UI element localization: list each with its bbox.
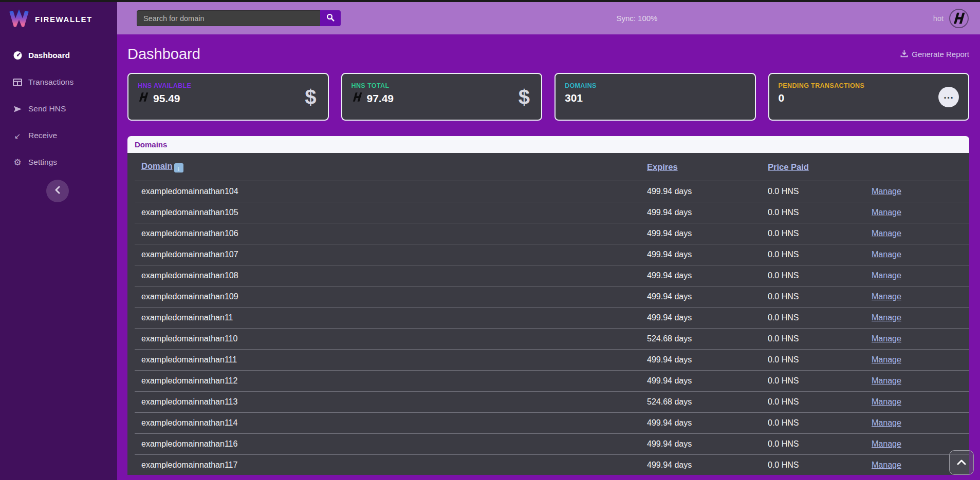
- page-title: Dashboard: [127, 46, 200, 63]
- column-sort-price[interactable]: Price Paid: [768, 162, 809, 171]
- price-cell: 0.0 HNS: [768, 418, 872, 428]
- expires-cell: 499.94 days: [647, 187, 768, 196]
- manage-link[interactable]: Manage: [872, 418, 901, 427]
- price-cell: 0.0 HNS: [768, 271, 872, 280]
- arrow-down-left-icon: ↙: [12, 132, 23, 140]
- domain-cell: exampledomainnathan112: [141, 376, 647, 386]
- expires-cell: 524.68 days: [647, 334, 768, 343]
- sidebar-item-dashboard[interactable]: Dashboard: [0, 42, 117, 69]
- card-domains: DOMAINS 301: [554, 73, 756, 121]
- generate-report-button[interactable]: Generate Report: [900, 50, 969, 59]
- sidebar-item-label: Dashboard: [28, 51, 70, 60]
- manage-link[interactable]: Manage: [872, 460, 901, 469]
- card-label: HNS AVAILABLE: [138, 82, 319, 89]
- topbar: Sync: 100% hot: [117, 0, 980, 34]
- card-value: 0: [779, 92, 785, 104]
- sync-status: Sync: 100%: [341, 14, 933, 23]
- gauge-icon: [12, 51, 23, 60]
- card-label: DOMAINS: [565, 82, 746, 89]
- window-top-border: [0, 0, 980, 2]
- table-row: exampledomainnathan114499.94 days0.0 HNS…: [135, 413, 969, 434]
- table-row: exampledomainnathan109499.94 days0.0 HNS…: [135, 286, 969, 308]
- card-hns-available: HNS AVAILABLE 95.49 $: [127, 73, 329, 121]
- expires-cell: 499.94 days: [647, 229, 768, 238]
- price-cell: 0.0 HNS: [768, 355, 872, 364]
- expires-cell: 524.68 days: [647, 397, 768, 407]
- wallet-indicator: hot: [933, 9, 969, 28]
- manage-link[interactable]: Manage: [872, 313, 901, 322]
- main-area: Sync: 100% hot Dashboard Generate Report: [117, 0, 980, 480]
- domains-panel-title: Domains: [127, 136, 969, 153]
- domain-cell: exampledomainnathan116: [141, 439, 647, 449]
- expires-cell: 499.94 days: [647, 313, 768, 322]
- column-sort-domain[interactable]: Domain: [141, 161, 173, 170]
- sidebar-item-send-hns[interactable]: Send HNS: [0, 95, 117, 122]
- manage-link[interactable]: Manage: [872, 376, 901, 385]
- wallet-name: hot: [933, 14, 944, 23]
- brand-name: FIREWALLET: [35, 15, 93, 24]
- column-sort-expires[interactable]: Expires: [647, 162, 678, 171]
- search-input[interactable]: [137, 10, 320, 26]
- sort-desc-icon: ↓: [174, 163, 183, 172]
- dollar-icon: $: [519, 87, 530, 107]
- domain-cell: exampledomainnathan106: [141, 229, 647, 238]
- sidebar-item-label: Receive: [28, 131, 57, 140]
- domain-cell: exampledomainnathan104: [141, 187, 647, 196]
- page-header: Dashboard Generate Report: [127, 46, 969, 63]
- page-content: Dashboard Generate Report HNS AVAILABLE …: [117, 34, 980, 480]
- manage-link[interactable]: Manage: [872, 229, 901, 238]
- price-cell: 0.0 HNS: [768, 397, 872, 407]
- table-row: exampledomainnathan111499.94 days0.0 HNS…: [135, 350, 969, 371]
- expires-cell: 499.94 days: [647, 439, 768, 449]
- domains-table: Domain↓ Expires Price Paid exampledomain…: [127, 153, 969, 475]
- domain-cell: exampledomainnathan111: [141, 355, 647, 364]
- sidebar-collapse-button[interactable]: [46, 180, 69, 202]
- domain-cell: exampledomainnathan105: [141, 208, 647, 217]
- domain-cell: exampledomainnathan117: [141, 460, 647, 470]
- manage-link[interactable]: Manage: [872, 334, 901, 343]
- manage-link[interactable]: Manage: [872, 397, 901, 406]
- domain-search: [137, 10, 341, 26]
- chevron-left-icon: [55, 186, 60, 196]
- expires-cell: 499.94 days: [647, 376, 768, 386]
- manage-link[interactable]: Manage: [872, 271, 901, 280]
- search-icon: [326, 13, 335, 23]
- card-hns-total: HNS TOTAL 97.49 $: [341, 73, 543, 121]
- sidebar-item-receive[interactable]: ↙ Receive: [0, 122, 117, 149]
- sidebar-item-label: Transactions: [28, 78, 73, 87]
- manage-link[interactable]: Manage: [872, 439, 901, 448]
- domain-cell: exampledomainnathan108: [141, 271, 647, 280]
- manage-link[interactable]: Manage: [872, 250, 901, 259]
- price-cell: 0.0 HNS: [768, 439, 872, 449]
- price-cell: 0.0 HNS: [768, 313, 872, 322]
- manage-link[interactable]: Manage: [872, 208, 901, 217]
- scroll-to-top-button[interactable]: [949, 450, 974, 475]
- sidebar-item-label: Settings: [28, 158, 57, 167]
- card-label: HNS TOTAL: [352, 82, 532, 89]
- expires-cell: 499.94 days: [647, 271, 768, 280]
- domains-panel: Domains Domain↓ Expires Price Paid examp…: [127, 136, 969, 475]
- dollar-icon: $: [305, 87, 316, 107]
- price-cell: 0.0 HNS: [768, 229, 872, 238]
- manage-link[interactable]: Manage: [872, 355, 901, 364]
- manage-link[interactable]: Manage: [872, 292, 901, 301]
- expires-cell: 499.94 days: [647, 208, 768, 217]
- ellipsis-icon[interactable]: ...: [938, 87, 959, 107]
- firewallet-logo-icon: [9, 9, 29, 29]
- manage-link[interactable]: Manage: [872, 187, 901, 196]
- card-pending-transactions: PENDING TRANSACTIONS 0 ...: [768, 73, 970, 121]
- domain-cell: exampledomainnathan114: [141, 418, 647, 428]
- domain-cell: exampledomainnathan109: [141, 292, 647, 301]
- domain-cell: exampledomainnathan113: [141, 397, 647, 407]
- card-value: 95.49: [153, 92, 180, 105]
- sidebar-item-transactions[interactable]: Transactions: [0, 69, 117, 95]
- search-button[interactable]: [320, 10, 341, 26]
- expires-cell: 499.94 days: [647, 355, 768, 364]
- card-value: 97.49: [367, 92, 394, 105]
- handshake-logo-icon[interactable]: [949, 9, 969, 28]
- domain-cell: exampledomainnathan11: [141, 313, 647, 322]
- expires-cell: 499.94 days: [647, 418, 768, 428]
- table-header-row: Domain↓ Expires Price Paid: [135, 153, 969, 181]
- sidebar-item-settings[interactable]: ⚙ Settings: [0, 149, 117, 176]
- table-row: exampledomainnathan107499.94 days0.0 HNS…: [135, 244, 969, 265]
